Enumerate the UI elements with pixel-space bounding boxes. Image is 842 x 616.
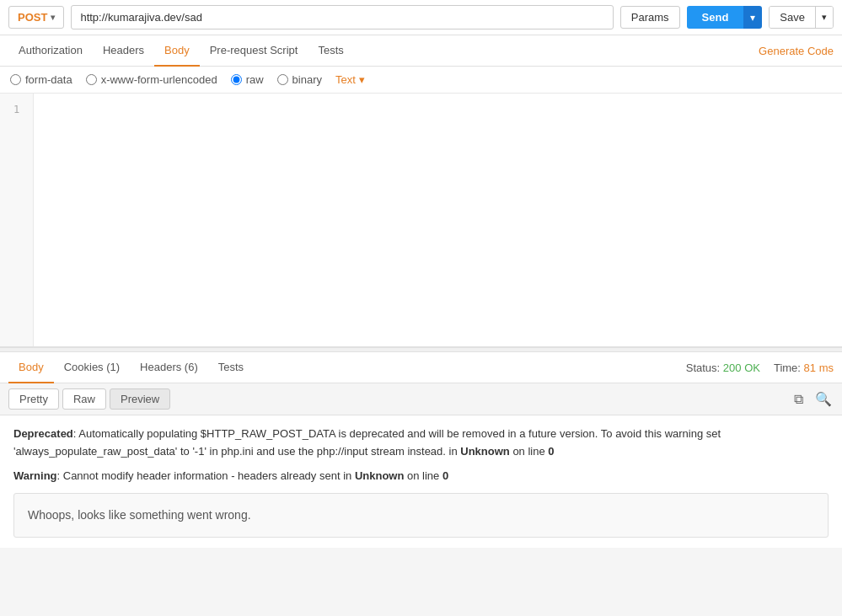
- request-tabs-row: Authorization Headers Body Pre-request S…: [0, 35, 842, 67]
- response-body: Deprecated: Automatically populating $HT…: [0, 415, 842, 548]
- editor-area: 1: [0, 94, 842, 347]
- preview-subtabs: Pretty Raw Preview ⧉ 🔍: [0, 383, 842, 415]
- response-section: Body Cookies (1) Headers (6) Tests Statu…: [0, 352, 842, 548]
- method-chevron-icon: ▾: [51, 13, 55, 22]
- raw-option[interactable]: raw: [231, 73, 264, 86]
- whoops-text: Whoops, looks like something went wrong.: [28, 508, 251, 522]
- top-bar: POST ▾ Params Send ▾ Save ▾: [0, 0, 842, 35]
- tab-pre-request-script[interactable]: Pre-request Script: [200, 35, 308, 67]
- urlencoded-option[interactable]: x-www-form-urlencoded: [86, 73, 217, 86]
- deprecated-line-text: on line: [510, 445, 549, 458]
- code-editor[interactable]: [34, 94, 842, 346]
- subtab-raw[interactable]: Raw: [62, 388, 106, 410]
- response-tab-body[interactable]: Body: [8, 352, 54, 383]
- tab-authorization[interactable]: Authorization: [8, 35, 93, 67]
- subtab-pretty[interactable]: Pretty: [8, 388, 59, 410]
- save-dropdown-button[interactable]: ▾: [815, 7, 833, 28]
- binary-option[interactable]: binary: [277, 73, 322, 86]
- status-info: Status: 200 OK Time: 81 ms: [686, 362, 834, 374]
- deprecated-warning: Deprecated: Automatically populating $HT…: [13, 426, 829, 461]
- method-dropdown[interactable]: POST ▾: [8, 6, 64, 29]
- body-options-row: form-data x-www-form-urlencoded raw bina…: [0, 67, 842, 94]
- search-icon[interactable]: 🔍: [813, 389, 834, 409]
- send-group: Send ▾: [687, 6, 763, 29]
- deprecated-text: : Automatically populating $HTTP_RAW_POS…: [13, 427, 721, 458]
- deprecated-unknown: Unknown: [460, 445, 510, 458]
- line-numbers: 1: [0, 94, 34, 346]
- response-tab-tests[interactable]: Tests: [208, 352, 254, 383]
- tab-body[interactable]: Body: [154, 35, 200, 67]
- save-button[interactable]: Save: [770, 7, 815, 28]
- warning-label: Warning: [13, 469, 57, 482]
- warning-line-text: on line: [404, 469, 442, 482]
- save-group: Save ▾: [769, 6, 834, 29]
- raw-radio[interactable]: [231, 74, 242, 85]
- status-code: 200 OK: [723, 362, 760, 374]
- status-label: Status: 200 OK: [686, 362, 760, 374]
- line-number-1: 1: [0, 100, 33, 119]
- send-dropdown-button[interactable]: ▾: [743, 6, 762, 29]
- deprecated-label: Deprecated: [13, 427, 73, 440]
- copy-icon[interactable]: ⧉: [792, 389, 805, 409]
- send-button[interactable]: Send: [687, 6, 744, 29]
- form-data-option[interactable]: form-data: [10, 73, 72, 86]
- subtab-preview[interactable]: Preview: [110, 388, 170, 410]
- tab-tests[interactable]: Tests: [308, 35, 353, 67]
- form-data-radio[interactable]: [10, 74, 21, 85]
- response-tab-headers[interactable]: Headers (6): [130, 352, 208, 383]
- response-tab-cookies[interactable]: Cookies (1): [54, 352, 130, 383]
- deprecated-line-num: 0: [548, 445, 554, 458]
- preview-icons: ⧉ 🔍: [792, 389, 834, 409]
- whoops-box: Whoops, looks like something went wrong.: [13, 493, 829, 537]
- params-button[interactable]: Params: [620, 6, 680, 29]
- time-value: 81 ms: [804, 362, 834, 374]
- method-label: POST: [18, 11, 47, 24]
- raw-type-dropdown[interactable]: Text ▾: [335, 73, 365, 86]
- tab-headers[interactable]: Headers: [93, 35, 154, 67]
- urlencoded-radio[interactable]: [86, 74, 97, 85]
- warning-text: : Cannot modify header information - hea…: [57, 469, 355, 482]
- url-input[interactable]: [71, 5, 613, 29]
- time-label: Time: 81 ms: [774, 362, 834, 374]
- response-tabs-row: Body Cookies (1) Headers (6) Tests Statu…: [0, 352, 842, 383]
- warning-line-num: 0: [442, 469, 448, 482]
- binary-radio[interactable]: [277, 74, 288, 85]
- warning-line: Warning: Cannot modify header informatio…: [13, 468, 829, 485]
- generate-code-link[interactable]: Generate Code: [759, 45, 834, 57]
- warning-unknown: Unknown: [355, 469, 405, 482]
